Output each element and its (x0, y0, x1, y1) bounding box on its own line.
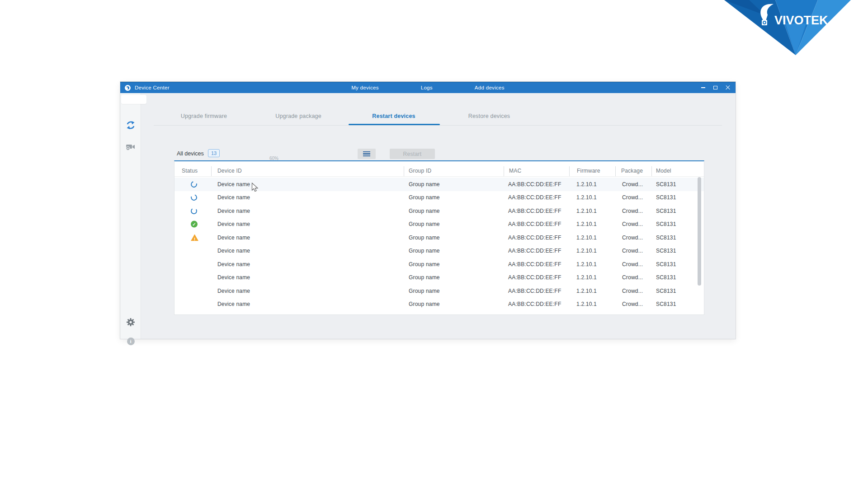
sidebar: i (120, 93, 141, 339)
cell-model: SC8131 (656, 274, 676, 281)
cell-mac: AA:BB:CC:DD:EE:FF (508, 261, 561, 267)
cell-device-id: Device name (217, 221, 250, 227)
cell-firmware: 1.2.10.1 (576, 288, 597, 294)
maximize-icon (713, 86, 717, 89)
header-divider (569, 166, 570, 176)
nav-logs[interactable]: Logs (421, 85, 433, 90)
status-loading-icon (190, 180, 198, 188)
mouse-cursor-icon (251, 183, 259, 192)
column-header-status: Status (182, 168, 198, 174)
minimize-icon (701, 87, 705, 88)
nav-add-devices[interactable]: Add devices (475, 85, 505, 90)
cell-package: Crowd... (622, 208, 643, 214)
column-header-mac: MAC (509, 168, 521, 174)
tab-restore-devices[interactable]: Restore devices (468, 113, 510, 119)
tab-upgrade-firmware[interactable]: Upgrade firmware (181, 113, 227, 119)
tab-restart-devices[interactable]: Restart devices (372, 113, 415, 119)
column-header-firmware: Firmware (577, 168, 600, 174)
vivotek-bird-base (762, 20, 767, 25)
status-ok-icon (191, 221, 198, 228)
cell-firmware: 1.2.10.1 (576, 248, 597, 254)
cell-model: SC8131 (656, 208, 676, 214)
hamburger-icon (363, 151, 370, 152)
cell-package: Crowd... (622, 221, 643, 227)
cell-device-id: Device name (217, 288, 250, 294)
cell-mac: AA:BB:CC:DD:EE:FF (508, 194, 561, 201)
cell-model: SC8131 (656, 248, 676, 254)
restart-button[interactable]: Restart (390, 149, 435, 159)
gear-icon (126, 318, 135, 327)
titlebar: Device Center My devices Logs Add device… (120, 82, 736, 93)
cell-mac: AA:BB:CC:DD:EE:FF (508, 181, 561, 188)
sidebar-item-settings[interactable] (120, 313, 141, 331)
cell-model: SC8131 (656, 261, 676, 267)
table-row[interactable]: Device name Group name AA:BB:CC:DD:EE:FF… (175, 218, 704, 231)
nav-my-devices[interactable]: My devices (351, 85, 379, 90)
cell-package: Crowd... (622, 248, 643, 254)
close-button[interactable] (722, 82, 734, 93)
table-row[interactable]: Device name Group name AA:BB:CC:DD:EE:FF… (175, 298, 704, 311)
table-scrollbar-thumb[interactable] (698, 177, 701, 286)
cell-firmware: 1.2.10.1 (576, 194, 597, 201)
column-header-device-id: Device ID (217, 168, 242, 174)
minimize-button[interactable] (697, 82, 709, 93)
table-row[interactable]: Device name Group name AA:BB:CC:DD:EE:FF… (175, 204, 704, 218)
cell-mac: AA:BB:CC:DD:EE:FF (508, 248, 561, 254)
list-menu-button[interactable] (358, 149, 376, 159)
cell-mac: AA:BB:CC:DD:EE:FF (508, 208, 561, 214)
sidebar-highlight (121, 95, 146, 104)
table-row[interactable]: Device name Group name AA:BB:CC:DD:EE:FF… (175, 191, 704, 205)
cell-device-id: Device name (217, 261, 250, 267)
cell-device-id: Device name (217, 181, 250, 188)
header-divider (504, 166, 504, 176)
status-loading-icon (190, 193, 198, 202)
hamburger-icon (363, 153, 370, 154)
desktop-background: VIVOTEK Device Center My devices Logs Ad… (0, 0, 868, 488)
vivotek-banner: VIVOTEK (722, 0, 853, 57)
cell-group-id: Group name (409, 274, 440, 281)
table-row[interactable]: Device name Group name AA:BB:CC:DD:EE:FF… (175, 258, 704, 271)
info-icon: i (127, 338, 135, 345)
cell-group-id: Group name (409, 181, 440, 188)
cell-package: Crowd... (622, 288, 643, 294)
cell-mac: AA:BB:CC:DD:EE:FF (508, 288, 561, 294)
cell-package: Crowd... (622, 235, 643, 241)
sidebar-item-camera-settings[interactable] (120, 138, 141, 156)
header-divider (651, 166, 652, 176)
table-row[interactable]: Device name Group name AA:BB:CC:DD:EE:FF… (175, 271, 704, 285)
cell-package: Crowd... (622, 301, 643, 307)
cell-group-id: Group name (409, 261, 440, 267)
cell-firmware: 1.2.10.1 (576, 208, 597, 214)
cell-device-id: Device name (217, 208, 250, 214)
cell-model: SC8131 (656, 301, 676, 307)
cell-group-id: Group name (409, 194, 440, 201)
cell-group-id: Group name (409, 235, 440, 241)
cell-model: SC8131 (656, 235, 676, 241)
tab-upgrade-package[interactable]: Upgrade package (275, 113, 321, 119)
cell-device-id: Device name (217, 301, 250, 307)
titlebar-nav: My devices Logs Add devices (120, 82, 736, 93)
cell-package: Crowd... (622, 261, 643, 267)
close-icon (726, 85, 730, 90)
table-row[interactable]: Device name Group name AA:BB:CC:DD:EE:FF… (175, 231, 704, 244)
cell-mac: AA:BB:CC:DD:EE:FF (508, 221, 561, 227)
cell-mac: AA:BB:CC:DD:EE:FF (508, 301, 561, 307)
cell-firmware: 1.2.10.1 (576, 274, 597, 281)
device-center-window: Device Center My devices Logs Add device… (120, 82, 736, 339)
cell-device-id: Device name (217, 235, 250, 241)
active-tab-underline (349, 124, 440, 125)
table-row[interactable]: Device name Group name AA:BB:CC:DD:EE:FF… (175, 244, 704, 258)
tabs-divider (154, 125, 722, 126)
hamburger-icon (363, 155, 370, 156)
table-row[interactable]: Device name Group name AA:BB:CC:DD:EE:FF… (175, 284, 704, 298)
cell-firmware: 1.2.10.1 (576, 181, 597, 188)
column-header-model: Model (656, 168, 671, 174)
cell-device-id: Device name (217, 194, 250, 201)
sidebar-item-maintenance[interactable] (120, 116, 141, 134)
sidebar-item-about[interactable]: i (120, 332, 141, 350)
maximize-button[interactable] (709, 82, 722, 93)
header-divider (211, 166, 212, 176)
cell-firmware: 1.2.10.1 (576, 235, 597, 241)
sync-icon (126, 121, 136, 130)
vivotek-wordmark: VIVOTEK (774, 14, 828, 27)
